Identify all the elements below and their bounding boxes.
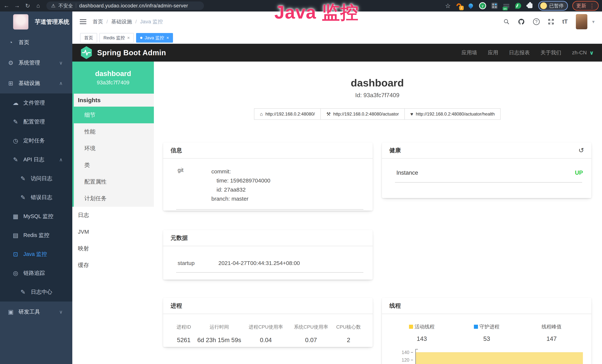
process-table-row: 5261 6d 23h 15m 59s 0.04 0.07 2 — [171, 337, 365, 344]
sba-item-caches[interactable]: 缓存 — [72, 257, 154, 274]
forward-icon[interactable]: → — [13, 2, 21, 9]
legend-daemon-threads: 守护进程 53 — [454, 323, 519, 342]
extension-pin-icon[interactable] — [467, 2, 474, 10]
profile-avatar — [540, 2, 547, 9]
sidebar-item-mysql[interactable]: ▦ MySQL 监控 — [0, 207, 72, 226]
sba-item-jvm[interactable]: JVM — [72, 224, 154, 240]
update-label: 更新 — [576, 2, 586, 9]
threads-chart-yaxis: 140 120 100 — [389, 349, 413, 364]
sidebar-item-java[interactable]: ⊡ Java 监控 — [0, 245, 72, 264]
yellow-legend-swatch — [409, 325, 413, 329]
sba-item-environment[interactable]: 环境 — [74, 140, 154, 157]
tag-tab-home[interactable]: 首页 — [80, 33, 97, 43]
row-divider — [395, 182, 582, 183]
sidebar-item-infra[interactable]: ⊞ 基础设施 ∧ — [0, 73, 72, 94]
font-size-icon[interactable]: tT — [562, 18, 568, 25]
back-icon[interactable]: ← — [2, 2, 11, 9]
left-card-column: 信息 git commit: time: 1596289704000 id: 2… — [163, 142, 373, 364]
sba-item-metrics[interactable]: 性能 — [74, 123, 154, 140]
sidebar-item-file[interactable]: ☁ 文件管理 — [0, 94, 72, 112]
sidebar-item-job[interactable]: ◷ 定时任务 — [0, 131, 72, 150]
sidebar-item-errorlog[interactable]: ✎ 错误日志 — [0, 188, 72, 207]
threads-card: 线程 活动线程 143 守护进程 — [382, 298, 591, 364]
chevron-up-icon: ∧ — [59, 157, 63, 163]
sidebar-item-redis[interactable]: ▤ Redis 监控 — [0, 226, 72, 245]
reload-icon[interactable]: ↻ — [23, 2, 32, 9]
sidebar-item-home[interactable]: ◔ 首页 — [0, 32, 72, 53]
sidebar-item-apilog[interactable]: ✎ API 日志 ∧ — [0, 150, 72, 169]
endpoint-health-chip[interactable]: ♥ http://192.168.0.2:48080/actuator/heal… — [404, 108, 501, 120]
instance-title: dashboard — [163, 77, 591, 89]
profile-status-label: 已暂停 — [549, 3, 564, 9]
instance-header[interactable]: dashboard 93a3fc7f7409 — [72, 62, 154, 94]
close-icon[interactable]: × — [166, 35, 169, 40]
threads-chart-area — [416, 352, 583, 364]
github-icon[interactable] — [518, 18, 525, 25]
endpoint-actuator-chip[interactable]: ⚒ http://192.168.0.2:48080/actuator — [320, 108, 405, 120]
help-icon[interactable]: ? — [533, 18, 540, 25]
tag-tab-java[interactable]: Java 监控 × — [136, 33, 173, 43]
java-monitor-icon: ⊡ — [11, 251, 20, 258]
history-icon[interactable]: ↺ — [579, 147, 584, 154]
app-logo-row[interactable]: 芋道管理系统 — [0, 11, 72, 32]
chevron-down-icon: ∨ — [589, 50, 594, 56]
insights-section-title: Insights — [74, 94, 154, 107]
endpoint-home-chip[interactable]: ⌂ http://192.168.0.2:48080/ — [254, 108, 321, 120]
sidebar-item-logcenter[interactable]: ✎ 日志中心 — [0, 283, 72, 301]
sidebar-item-accesslog[interactable]: ✎ 访问日志 — [0, 169, 72, 188]
extension-grid-icon[interactable] — [491, 2, 498, 10]
sba-locale-select[interactable]: zh-CN ∨ — [572, 50, 594, 56]
metadata-card-title: 元数据 — [171, 234, 188, 242]
extension-leaf-icon[interactable] — [515, 2, 522, 10]
sba-item-configprops[interactable]: 配置属性 — [74, 173, 154, 190]
sidebar-item-trace[interactable]: ◎ 链路追踪 — [0, 264, 72, 283]
browser-menu-icon[interactable]: ⋮ — [589, 3, 595, 9]
profile-paused-badge[interactable]: 已暂停 — [538, 1, 568, 11]
bookmark-star-icon[interactable]: ☆ — [445, 2, 451, 10]
chrome-update-button[interactable]: 更新 ⋮ — [572, 1, 599, 11]
address-bar[interactable]: ⚠ 不安全 dashboard.yudao.iocoder.cn/infra/a… — [46, 1, 204, 10]
sba-item-scheduledtasks[interactable]: 计划任务 — [74, 190, 154, 207]
breadcrumb-separator: / — [107, 19, 108, 25]
app-title: 芋道管理系统 — [35, 18, 69, 26]
sba-menu-about[interactable]: 关于我们 — [540, 49, 561, 56]
avatar-caret-icon[interactable]: ▾ — [592, 19, 595, 25]
sba-item-logs[interactable]: 日志 — [72, 207, 154, 224]
hamburger-icon[interactable] — [80, 19, 86, 24]
sidebar-item-devtools[interactable]: ▣ 研发工具 ∨ — [0, 301, 72, 322]
close-icon[interactable]: × — [127, 35, 130, 40]
url-text[interactable]: dashboard.yudao.iocoder.cn/infra/admin-s… — [79, 3, 188, 9]
fullscreen-icon[interactable] — [548, 19, 554, 25]
redis-icon: ▤ — [11, 232, 20, 239]
log-icon: ✎ — [11, 156, 20, 163]
sba-logo-icon — [80, 46, 92, 59]
tag-tab-redis[interactable]: Redis 监控 × — [99, 33, 134, 43]
health-status-badge: UP — [575, 170, 583, 176]
browser-home-icon[interactable]: ⌂ — [34, 2, 42, 9]
heart-pulse-icon: ♥ — [410, 111, 413, 117]
sba-menu-wallboard[interactable]: 应用墙 — [462, 49, 477, 56]
sba-brand[interactable]: Spring Boot Admin — [80, 46, 166, 59]
mysql-icon: ▦ — [11, 213, 20, 220]
info-row-value: commit: time: 1596289704000 id: 27aa832 … — [211, 167, 270, 203]
extension-sync-icon[interactable]: 1 — [455, 2, 462, 10]
security-label[interactable]: 不安全 — [58, 3, 73, 9]
sidebar-item-system[interactable]: ⚙ 系统管理 ∨ — [0, 53, 72, 73]
warning-icon: ⚠ — [51, 3, 55, 9]
user-avatar[interactable] — [576, 14, 587, 29]
sba-item-details[interactable]: 细节 — [74, 107, 154, 123]
sba-item-mappings[interactable]: 映射 — [72, 240, 154, 257]
extensions-puzzle-icon[interactable] — [526, 2, 534, 10]
insights-group: Insights 细节 性能 环境 类 配置属性 计划任务 — [72, 94, 154, 207]
search-icon[interactable] — [503, 19, 510, 25]
sidebar-item-config[interactable]: ✎ 配置管理 — [0, 112, 72, 131]
sba-item-classes[interactable]: 类 — [74, 157, 154, 173]
breadcrumb-infra[interactable]: 基础设施 — [111, 18, 132, 25]
extension-switch-icon[interactable]: on — [503, 2, 510, 10]
endpoint-chips: ⌂ http://192.168.0.2:48080/ ⚒ http://192… — [163, 108, 591, 120]
sba-menu-applications[interactable]: 应用 — [488, 49, 498, 56]
chevron-up-icon: ∧ — [59, 80, 63, 86]
breadcrumb-home[interactable]: 首页 — [93, 18, 103, 25]
extension-y-icon[interactable]: y — [479, 2, 486, 10]
sba-menu-journal[interactable]: 日志报表 — [509, 49, 530, 56]
